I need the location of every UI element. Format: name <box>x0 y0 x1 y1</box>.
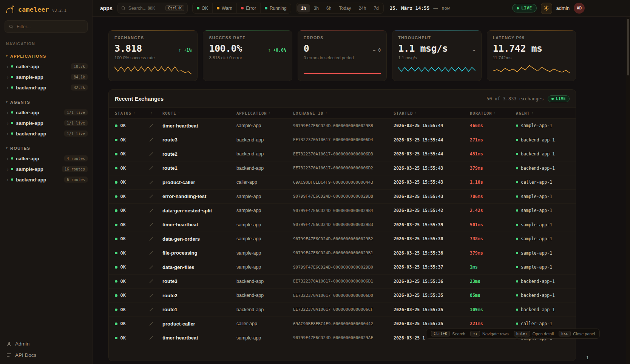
sidebar-item[interactable]: › backend-app 6 routes <box>0 174 92 185</box>
route-name[interactable]: route3 <box>162 278 236 284</box>
table-row[interactable]: OK route3 backend-app EE7322370A10617-00… <box>109 133 576 147</box>
trace-cell <box>149 222 162 227</box>
column-header[interactable]: ↕ <box>149 111 162 115</box>
panel-title: Recent Exchanges <box>115 96 164 102</box>
time-range-button[interactable]: 1h <box>297 4 310 12</box>
column-header[interactable]: AGENT ↕ <box>516 111 570 115</box>
sort-icon[interactable]: ↕ <box>494 111 496 115</box>
status-filter-chip[interactable]: Error <box>236 3 260 13</box>
sort-icon[interactable]: ↕ <box>178 111 180 115</box>
table-row[interactable]: OK data-gen-orders sample-app 90799F47E6… <box>109 232 576 246</box>
table-row[interactable]: OK route1 backend-app EE7322370A10617-00… <box>109 161 576 176</box>
scrollbar-track[interactable] <box>626 17 630 364</box>
duration-value: 786ms <box>470 194 516 199</box>
table-row[interactable]: OK product-caller caller-app 69AC90BF8EB… <box>109 175 576 190</box>
sort-icon[interactable]: ↕ <box>415 111 417 115</box>
route-name[interactable]: data-gen-files <box>162 264 236 270</box>
column-header[interactable]: STARTED ↕ <box>394 111 470 115</box>
time-range-button[interactable]: Today <box>335 4 355 12</box>
column-header[interactable]: STATUS ↕ <box>115 111 149 115</box>
sidebar-item[interactable]: › caller-app 1/1 live <box>0 107 92 118</box>
column-header[interactable]: ROUTE ↕ <box>162 111 236 115</box>
nav-section-header[interactable]: ▾ APPLICATIONS <box>0 51 92 61</box>
status-filter-chip[interactable]: OK <box>193 3 212 13</box>
agent-name: sample-app-1 <box>521 250 552 256</box>
table-row[interactable]: OK route3 backend-app EE7322370A10617-00… <box>109 275 576 289</box>
route-name[interactable]: error-handling-test <box>162 194 236 199</box>
panel-live-badge: LIVE <box>548 95 570 102</box>
table-row[interactable]: OK file-processing sample-app 90799F47E6… <box>109 246 576 261</box>
route-name[interactable]: route3 <box>162 137 236 143</box>
context-title: apps <box>100 5 113 11</box>
table-row[interactable]: OK route2 backend-app EE7322370A10617-00… <box>109 289 576 303</box>
sidebar-item[interactable]: › backend-app 32.2k <box>0 82 92 93</box>
route-name[interactable]: route2 <box>162 293 236 298</box>
sidebar-filter[interactable] <box>5 20 88 33</box>
sort-icon[interactable]: ↕ <box>133 111 135 115</box>
status-filter-chip[interactable]: Warn <box>212 3 236 13</box>
column-header[interactable]: EXCHANGE ID ↕ <box>293 111 394 115</box>
sidebar-item[interactable]: › backend-app 1/1 live <box>0 128 92 139</box>
route-name[interactable]: timer-heartbeat <box>162 222 236 227</box>
nav-section-header[interactable]: ▾ AGENTS <box>0 97 92 107</box>
column-header[interactable]: APPLICATION ↕ <box>236 111 293 115</box>
sidebar-item[interactable]: › caller-app 10.7k <box>0 61 92 72</box>
sort-icon[interactable]: ↕ <box>269 111 271 115</box>
sidebar-item[interactable]: › sample-app 1/1 live <box>0 118 92 128</box>
route-name[interactable]: route2 <box>162 151 236 157</box>
theme-toggle-button[interactable] <box>541 3 552 14</box>
exchange-id: 90799F47E6CD24D-00000000000029B1 <box>293 250 394 255</box>
global-search[interactable]: Ctrl+K <box>117 3 188 14</box>
duration-value: 501ms <box>470 222 516 227</box>
status-dot <box>115 280 117 283</box>
time-range-button[interactable]: 6h <box>323 4 335 12</box>
chevron-right-icon: › <box>7 131 8 136</box>
avatar[interactable]: AD <box>574 3 585 14</box>
status-filter-chip[interactable]: Running <box>260 3 291 13</box>
sort-icon[interactable]: ↕ <box>532 111 534 115</box>
exchange-id: 90799F47E6CD24D-00000000000029B4 <box>293 208 394 213</box>
sidebar-item[interactable]: › sample-app 16 routes <box>0 164 92 174</box>
time-range-button[interactable]: 3h <box>310 4 323 12</box>
live-badge[interactable]: LIVE <box>512 4 537 12</box>
exchange-id: 69AC90BF8EBC4F9-0000000000000443 <box>293 180 394 185</box>
application-name: sample-app <box>236 222 293 227</box>
nav-section-header[interactable]: ▾ ROUTES <box>0 143 92 153</box>
time-range-button[interactable]: 7d <box>370 4 382 12</box>
table-row[interactable]: OK data-gen-nested-split sample-app 9079… <box>109 204 576 218</box>
route-name[interactable]: timer-heartbeat <box>162 335 236 341</box>
table-row[interactable]: OK timer-heartbeat sample-app 90799F47E6… <box>109 119 576 133</box>
sort-icon[interactable]: ↕ <box>326 111 327 115</box>
route-name[interactable]: data-gen-nested-split <box>162 208 236 213</box>
scrollbar-thumb[interactable] <box>627 19 629 75</box>
table-row[interactable]: OK timer-heartbeat sample-app 90799F47E6… <box>109 218 576 232</box>
sort-icon[interactable]: ↕ <box>151 111 153 115</box>
filter-input[interactable] <box>17 24 83 29</box>
route-name[interactable]: product-caller <box>162 180 236 185</box>
logo[interactable]: cameleer v3.2.1 <box>0 0 92 17</box>
chevron-right-icon: › <box>7 85 8 90</box>
chip-label: OK <box>202 6 208 11</box>
application-name: sample-app <box>236 194 293 199</box>
route-name[interactable]: data-gen-orders <box>162 236 236 242</box>
table-row[interactable]: OK route1 backend-app EE7322370A10617-00… <box>109 303 576 317</box>
route-name[interactable]: product-caller <box>162 321 236 327</box>
now-label[interactable]: now <box>442 6 450 11</box>
route-name[interactable]: route1 <box>162 307 236 312</box>
table-row[interactable]: OK error-handling-test sample-app 90799F… <box>109 190 576 204</box>
search-input[interactable] <box>128 6 163 11</box>
sidebar-item-api-docs[interactable]: API Docs <box>6 352 86 358</box>
sidebar-item[interactable]: › sample-app 84.1k <box>0 72 92 82</box>
table-row[interactable]: OK data-gen-files sample-app 90799F47E6C… <box>109 260 576 275</box>
time-range-button[interactable]: 24h <box>355 4 370 12</box>
sidebar-item-admin[interactable]: Admin <box>6 341 86 347</box>
status-label: OK <box>120 222 126 227</box>
column-header[interactable]: DURATION ↕ <box>470 111 516 115</box>
sidebar-item[interactable]: › caller-app 4 routes <box>0 153 92 164</box>
route-name[interactable]: route1 <box>162 165 236 171</box>
table-row[interactable]: OK route2 backend-app EE7322370A10617-00… <box>109 147 576 161</box>
route-name[interactable]: file-processing <box>162 250 236 256</box>
agent-cell: caller-app-1 <box>516 180 570 185</box>
column-header-label: STATUS <box>115 111 131 115</box>
route-name[interactable]: timer-heartbeat <box>162 123 236 129</box>
